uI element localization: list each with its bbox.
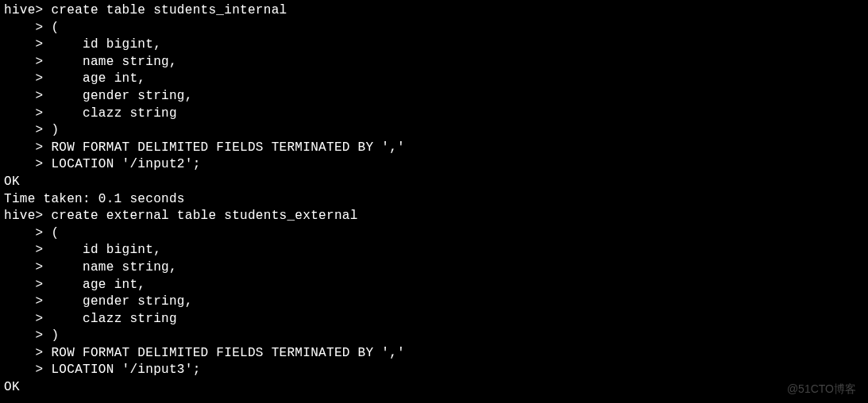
- continuation-prompt: >: [4, 346, 51, 360]
- continuation-prompt: >: [4, 363, 51, 377]
- command-text: age int,: [51, 278, 145, 292]
- terminal-line: > ): [4, 122, 864, 140]
- continuation-prompt: >: [4, 140, 51, 155]
- continuation-prompt: >: [4, 71, 51, 86]
- prompt: hive>: [4, 3, 51, 17]
- terminal-line: > LOCATION '/input2';: [4, 156, 864, 174]
- command-text: clazz string: [51, 312, 176, 326]
- command-text: ): [51, 123, 59, 137]
- continuation-prompt: >: [4, 89, 51, 103]
- command-text: gender string,: [51, 294, 192, 309]
- terminal-line: > gender string,: [4, 88, 864, 106]
- command-text: id bigint,: [51, 37, 161, 52]
- continuation-prompt: >: [4, 312, 51, 326]
- command-text: name string,: [51, 260, 176, 274]
- terminal-line: > id bigint,: [4, 36, 864, 54]
- command-text: ROW FORMAT DELIMITED FIELDS TERMINATED B…: [51, 346, 405, 360]
- terminal-line: > (: [4, 20, 864, 37]
- continuation-prompt: >: [4, 328, 51, 343]
- command-text: age int,: [51, 71, 145, 86]
- terminal-line: > age int,: [4, 277, 864, 294]
- continuation-prompt: >: [4, 294, 51, 309]
- continuation-prompt: >: [4, 123, 51, 137]
- terminal-line: Time taken: 0.1 seconds: [4, 191, 864, 209]
- continuation-prompt: >: [4, 55, 51, 69]
- continuation-prompt: >: [4, 106, 51, 121]
- watermark: @51CTO博客: [787, 382, 856, 397]
- continuation-prompt: >: [4, 37, 51, 52]
- continuation-prompt: >: [4, 260, 51, 274]
- terminal-output[interactable]: hive> create table students_internal > (…: [4, 2, 864, 397]
- terminal-line: > clazz string: [4, 106, 864, 123]
- command-text: ): [51, 328, 59, 343]
- command-text: (: [51, 21, 59, 35]
- command-text: gender string,: [51, 89, 192, 103]
- terminal-line: OK: [4, 174, 864, 191]
- continuation-prompt: >: [4, 278, 51, 292]
- continuation-prompt: >: [4, 226, 51, 240]
- terminal-line: hive> create table students_internal: [4, 2, 864, 20]
- terminal-line: hive> create external table students_ext…: [4, 208, 864, 225]
- terminal-line: > (: [4, 225, 864, 243]
- terminal-line: > ): [4, 328, 864, 345]
- terminal-line: > LOCATION '/input3';: [4, 362, 864, 379]
- continuation-prompt: >: [4, 243, 51, 257]
- command-text: ROW FORMAT DELIMITED FIELDS TERMINATED B…: [51, 140, 405, 155]
- terminal-line: > age int,: [4, 71, 864, 88]
- command-text: create table students_internal: [51, 3, 287, 17]
- command-text: name string,: [51, 55, 176, 69]
- terminal-line: > name string,: [4, 259, 864, 277]
- command-text: create external table students_external: [51, 209, 357, 223]
- command-text: (: [51, 226, 59, 240]
- continuation-prompt: >: [4, 21, 51, 35]
- terminal-line: > name string,: [4, 54, 864, 71]
- terminal-line: > ROW FORMAT DELIMITED FIELDS TERMINATED…: [4, 140, 864, 157]
- terminal-line: > ROW FORMAT DELIMITED FIELDS TERMINATED…: [4, 345, 864, 363]
- command-text: clazz string: [51, 106, 176, 121]
- command-text: LOCATION '/input2';: [51, 157, 200, 171]
- command-text: id bigint,: [51, 243, 161, 257]
- terminal-line: > gender string,: [4, 294, 864, 311]
- terminal-line: > clazz string: [4, 311, 864, 328]
- command-text: LOCATION '/input3';: [51, 363, 200, 377]
- prompt: hive>: [4, 209, 51, 223]
- output-text: OK: [4, 175, 20, 189]
- output-text: OK: [4, 380, 20, 394]
- output-text: Time taken: 0.1 seconds: [4, 192, 185, 206]
- terminal-line: OK: [4, 379, 864, 397]
- terminal-line: > id bigint,: [4, 242, 864, 259]
- continuation-prompt: >: [4, 157, 51, 171]
